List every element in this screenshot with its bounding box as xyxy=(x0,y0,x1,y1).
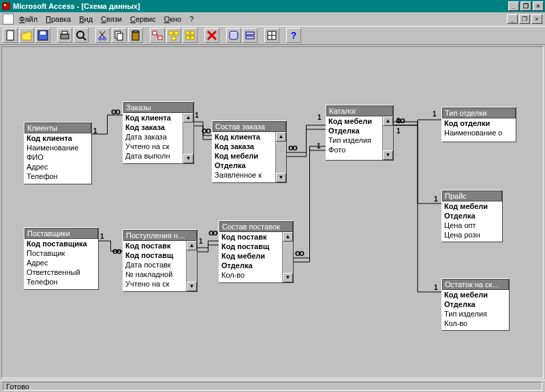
table-order-items[interactable]: Состав заказаКод клиентаКод заказаКод ме… xyxy=(212,120,287,183)
field-item[interactable]: ФИО xyxy=(25,152,91,162)
field-item[interactable]: Код поставк xyxy=(219,232,282,242)
menu-связи[interactable]: Связи xyxy=(97,14,126,24)
field-item[interactable]: Код поставщика xyxy=(25,239,98,248)
table-header[interactable]: Каталог xyxy=(326,105,393,116)
mdi-icon[interactable] xyxy=(3,14,14,24)
mdi-close-button[interactable]: × xyxy=(531,14,542,24)
field-item[interactable]: № накладной xyxy=(123,270,186,279)
table-suppliers[interactable]: ПоставщикиКод поставщикаПоставщикАдресОт… xyxy=(24,227,99,290)
field-item[interactable]: Код клиента xyxy=(25,133,91,143)
field-item[interactable]: Телефон xyxy=(25,172,91,181)
table-price[interactable]: ПрайсКод мебелиОтделкаЦена оптЦена розн xyxy=(441,190,503,242)
table-header[interactable]: Прайс xyxy=(442,191,502,201)
table-receipt-items[interactable]: Состав поставокКод поставкКод поставщКод… xyxy=(219,220,294,283)
field-item[interactable]: Код поставщ xyxy=(123,250,186,260)
field-item[interactable]: Телефон xyxy=(25,277,98,287)
mdi-maximize-button[interactable]: ❐ xyxy=(519,14,530,24)
copy-button[interactable] xyxy=(112,28,127,43)
field-item[interactable]: Код заказа xyxy=(123,122,183,132)
field-item[interactable]: Тип изделия xyxy=(326,135,382,145)
field-item[interactable]: Отделка xyxy=(219,261,282,270)
scroll-up-icon[interactable]: ▲ xyxy=(187,241,197,250)
new-button[interactable] xyxy=(3,28,18,43)
field-list[interactable]: Код клиентаКод заказаДата заказаУчтено н… xyxy=(123,113,193,163)
table-header[interactable]: Состав поставок xyxy=(219,221,293,232)
scrollbar[interactable]: ▲▼ xyxy=(382,116,393,160)
field-item[interactable]: Дата выполн xyxy=(123,151,183,161)
menu-сервис[interactable]: Сервис xyxy=(126,14,160,24)
field-list[interactable]: Код поставкКод поставщДата поставк№ накл… xyxy=(123,241,197,291)
table-header[interactable]: Поступления н… xyxy=(123,230,197,241)
field-item[interactable]: Код заказа xyxy=(213,142,275,151)
scroll-up-icon[interactable]: ▲ xyxy=(283,232,293,242)
mdi-minimize-button[interactable]: _ xyxy=(507,14,518,24)
scroll-up-icon[interactable]: ▲ xyxy=(276,132,286,142)
show-all-button[interactable] xyxy=(183,28,198,43)
open-button[interactable] xyxy=(19,28,34,43)
field-item[interactable]: Дата заказа xyxy=(123,132,183,142)
field-item[interactable]: Код мебели xyxy=(326,116,382,126)
field-item[interactable]: Код мебели xyxy=(442,201,502,211)
help-button[interactable]: ? xyxy=(286,28,301,43)
table-receipts[interactable]: Поступления н…Код поставкКод поставщДата… xyxy=(123,229,198,292)
cut-button[interactable] xyxy=(95,28,110,43)
menu-окно[interactable]: Окно xyxy=(160,14,186,24)
field-item[interactable]: Код мебели xyxy=(219,251,282,261)
table-stock[interactable]: Остаток на ск…Код мебелиОтделкаТип издел… xyxy=(441,278,510,331)
scroll-down-icon[interactable]: ▼ xyxy=(187,282,197,291)
field-item[interactable]: Код клиента xyxy=(213,132,275,142)
field-list[interactable]: Код клиентаКод заказаКод мебелиОтделкаЗа… xyxy=(213,132,286,182)
close-button[interactable]: × xyxy=(533,1,544,11)
table-header[interactable]: Состав заказа xyxy=(213,121,286,132)
scrollbar[interactable]: ▲▼ xyxy=(183,113,193,163)
database1-button[interactable] xyxy=(226,28,241,43)
field-item[interactable]: Поставщик xyxy=(25,248,98,258)
field-list[interactable]: Код мебелиОтделкаТип изделияКол-во xyxy=(442,290,509,330)
field-item[interactable]: Тип изделия xyxy=(442,309,509,318)
field-item[interactable]: Кол-во xyxy=(442,318,509,328)
field-item[interactable]: Код отделки xyxy=(442,118,516,128)
table-header[interactable]: Поставщики xyxy=(25,228,98,239)
minimize-button[interactable]: _ xyxy=(508,1,519,11)
field-item[interactable]: Цена розн xyxy=(442,230,502,240)
save-button[interactable] xyxy=(35,28,50,43)
field-item[interactable]: Учтено на ск xyxy=(123,279,186,289)
print-button[interactable] xyxy=(57,28,72,43)
field-item[interactable]: Цена опт xyxy=(442,220,502,230)
table-clients[interactable]: КлиентыКод клиентаНаименованиеФИОАдресТе… xyxy=(24,122,92,184)
scroll-down-icon[interactable]: ▼ xyxy=(276,173,286,182)
field-list[interactable]: Код мебелиОтделкаЦена оптЦена розн xyxy=(442,201,502,242)
table-header[interactable]: Тип отделки xyxy=(442,108,516,118)
paste-button[interactable] xyxy=(128,28,143,43)
office-button[interactable] xyxy=(264,28,279,43)
menu-правка[interactable]: Правка xyxy=(42,14,75,24)
scroll-down-icon[interactable]: ▼ xyxy=(383,150,393,160)
field-item[interactable]: Код поставщ xyxy=(219,242,282,251)
scroll-down-icon[interactable]: ▼ xyxy=(183,154,193,163)
table-finish-type[interactable]: Тип отделкиКод отделкиНаименование о xyxy=(441,107,516,142)
field-item[interactable]: Отделка xyxy=(326,126,382,135)
field-item[interactable]: Наименование xyxy=(25,143,91,152)
field-item[interactable]: Отделка xyxy=(213,161,275,170)
table-header[interactable]: Клиенты xyxy=(25,122,91,133)
table-catalog[interactable]: КаталогКод мебелиОтделкаТип изделияФото▲… xyxy=(326,105,394,161)
database2-button[interactable] xyxy=(243,28,258,43)
delete-button[interactable] xyxy=(204,28,219,43)
table-header[interactable]: Заказы xyxy=(123,102,193,113)
field-list[interactable]: Код клиентаНаименованиеФИОАдресТелефон xyxy=(25,133,91,184)
scroll-up-icon[interactable]: ▲ xyxy=(383,116,393,126)
field-item[interactable]: Фото xyxy=(326,145,382,154)
menu-файл[interactable]: Файл xyxy=(15,14,42,24)
field-item[interactable]: Дата поставк xyxy=(123,260,186,270)
scroll-up-icon[interactable]: ▲ xyxy=(183,113,193,122)
scrollbar[interactable]: ▲▼ xyxy=(282,232,293,282)
table-orders[interactable]: ЗаказыКод клиентаКод заказаДата заказаУч… xyxy=(123,101,194,164)
table-header[interactable]: Остаток на ск… xyxy=(442,279,509,290)
field-item[interactable]: Учтено на ск xyxy=(123,142,183,151)
field-item[interactable]: Наименование о xyxy=(442,128,516,137)
preview-button[interactable] xyxy=(74,28,89,43)
field-list[interactable]: Код поставкКод поставщКод мебелиОтделкаК… xyxy=(219,232,293,282)
field-list[interactable]: Код мебелиОтделкаТип изделияФото▲▼ xyxy=(326,116,393,160)
relationships-canvas[interactable]: КлиентыКод клиентаНаименованиеФИОАдресТе… xyxy=(1,46,544,378)
maximize-button[interactable]: ❐ xyxy=(520,1,531,11)
